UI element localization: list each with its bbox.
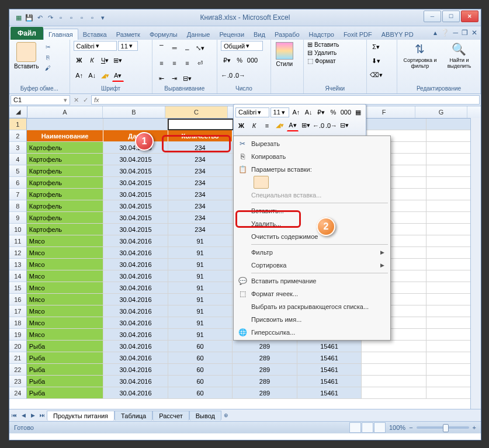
mini-incdec-icon[interactable]: ←.0 xyxy=(313,120,324,131)
align-right-icon[interactable]: ≡ xyxy=(182,57,193,69)
grow-font-icon[interactable]: A↑ xyxy=(74,70,85,81)
window-min-icon[interactable]: ─ xyxy=(453,29,458,37)
mini-border-icon[interactable]: ⊞▾ xyxy=(300,120,311,131)
shrink-font-icon[interactable]: A↓ xyxy=(86,70,98,81)
sort-filter-button[interactable]: ⇅ Сортировка и фильтр xyxy=(401,41,439,70)
currency-icon[interactable]: ₽▾ xyxy=(221,54,233,66)
window-close-icon[interactable]: ✕ xyxy=(471,29,477,37)
save-icon[interactable]: 💾 xyxy=(25,13,34,22)
ctx-hyperlink[interactable]: 🌐Гиперссылка... xyxy=(235,326,389,339)
paste-button[interactable]: Вставить xyxy=(13,41,40,71)
insert-cell-icon[interactable]: ⊞ xyxy=(307,41,313,48)
sheet-tab-1[interactable]: Продукты питания xyxy=(47,411,115,421)
ctx-filter[interactable]: Фильтр▶ xyxy=(235,246,389,259)
inc-decimal-icon[interactable]: ←.0 xyxy=(221,70,233,81)
ctx-copy[interactable]: ⎘Копировать xyxy=(235,150,389,163)
cut-icon[interactable]: ✂ xyxy=(42,42,54,51)
tab-addins[interactable]: Надстро xyxy=(304,29,339,40)
table-row[interactable]: 21Рыба30.04.20166028915461 xyxy=(9,352,481,364)
qat-icon[interactable]: ▫ xyxy=(88,13,97,22)
tab-dev[interactable]: Разрабо xyxy=(270,29,304,40)
format-cell-icon[interactable]: ⬚ xyxy=(307,57,313,65)
col-header-c[interactable]: C xyxy=(165,106,228,118)
dec-decimal-icon[interactable]: .0→ xyxy=(234,70,245,81)
pagebreak-view-icon[interactable] xyxy=(374,422,386,433)
tab-foxit[interactable]: Foxit PDF xyxy=(339,29,377,40)
tab-view[interactable]: Вид xyxy=(249,29,270,40)
ctx-define-name[interactable]: Присвоить имя... xyxy=(235,313,389,326)
sheet-nav-prev-icon[interactable]: ◀ xyxy=(19,411,28,420)
table-row[interactable]: 22Рыба30.04.20166028915461 xyxy=(9,364,481,376)
minimize-button[interactable]: ─ xyxy=(424,11,441,22)
minimize-ribbon-icon[interactable]: ▴ xyxy=(433,29,437,37)
mini-currency-icon[interactable]: ₽▾ xyxy=(315,106,327,118)
mini-shrink-icon[interactable]: A↓ xyxy=(303,106,314,118)
mini-fill-icon[interactable]: ◢▾ xyxy=(274,120,286,131)
maximize-button[interactable]: ☐ xyxy=(442,11,460,22)
merge-icon[interactable]: ⊟▾ xyxy=(182,72,193,84)
table-row[interactable]: 23Рыба30.04.20166028915461 xyxy=(9,376,481,387)
align-middle-icon[interactable]: ═ xyxy=(169,42,181,54)
select-all-corner[interactable]: ◢ xyxy=(9,106,27,118)
col-header-a[interactable]: A xyxy=(27,106,103,118)
clear-icon[interactable]: ⌫▾ xyxy=(370,69,382,81)
tab-review[interactable]: Рецензи xyxy=(215,29,249,40)
new-sheet-icon[interactable]: ⊕ xyxy=(221,411,231,420)
mini-bold-icon[interactable]: Ж xyxy=(235,120,247,131)
orientation-icon[interactable]: ⤡▾ xyxy=(195,42,206,54)
ctx-clear[interactable]: Очистить содержимое xyxy=(235,230,389,243)
tab-formulas[interactable]: Формулы xyxy=(145,29,182,40)
zoom-in-icon[interactable]: + xyxy=(473,424,476,431)
indent-inc-icon[interactable]: ⇥ xyxy=(169,72,181,84)
qat-icon[interactable]: ▫ xyxy=(77,13,86,22)
col-header-b[interactable]: B xyxy=(103,106,165,118)
tab-home[interactable]: Главная xyxy=(43,29,78,40)
ctx-dropdown-list[interactable]: Выбрать из раскрывающегося списка... xyxy=(235,300,389,313)
autosum-icon[interactable]: Σ▾ xyxy=(370,41,382,53)
fill-down-icon[interactable]: ⬇▾ xyxy=(370,55,382,67)
qat-dropdown-icon[interactable]: ▾ xyxy=(98,13,107,22)
font-name-combo[interactable]: Calibri▾ xyxy=(74,41,117,51)
comma-icon[interactable]: 000 xyxy=(247,54,258,66)
sheet-nav-next-icon[interactable]: ▶ xyxy=(28,411,37,420)
ctx-comment[interactable]: 💬Вставить примечание xyxy=(235,275,389,287)
percent-icon[interactable]: % xyxy=(234,54,245,66)
mini-merge-icon[interactable]: ⊟▾ xyxy=(338,120,350,131)
ctx-sort[interactable]: Сортировка▶ xyxy=(235,259,389,272)
tab-layout[interactable]: Разметк xyxy=(112,29,145,40)
border-button[interactable]: ⊞▾ xyxy=(112,54,124,66)
mini-font-combo[interactable]: Calibri▾ xyxy=(235,107,269,117)
sheet-tab-4[interactable]: Вывод xyxy=(189,411,221,421)
fx-cancel-icon[interactable]: ✕ xyxy=(71,96,81,104)
close-button[interactable]: ✕ xyxy=(461,11,478,22)
zoom-level[interactable]: 100% xyxy=(389,424,405,431)
mini-decdec-icon[interactable]: .0→ xyxy=(325,120,337,131)
align-left-icon[interactable]: ≡ xyxy=(156,57,168,69)
italic-button[interactable]: К xyxy=(86,54,98,66)
sheet-nav-first-icon[interactable]: ⏮ xyxy=(9,411,19,420)
font-size-combo[interactable]: 11▾ xyxy=(118,41,138,51)
number-format-combo[interactable]: Общий▾ xyxy=(221,41,263,51)
indent-dec-icon[interactable]: ⇤ xyxy=(156,72,168,84)
help-icon[interactable]: ❔ xyxy=(441,29,449,37)
fx-accept-icon[interactable]: ✓ xyxy=(81,96,90,104)
align-center-icon[interactable]: ≡ xyxy=(169,57,181,69)
mini-italic-icon[interactable]: К xyxy=(248,120,260,131)
copy-icon[interactable]: ⎘ xyxy=(42,53,54,62)
mini-styles-icon[interactable]: ▦ xyxy=(353,106,364,118)
window-restore-icon[interactable]: ❐ xyxy=(462,29,468,37)
mini-grow-icon[interactable]: A↑ xyxy=(290,106,301,118)
format-painter-icon[interactable]: 🖌 xyxy=(42,63,54,72)
table-row[interactable]: 24Рыба30.04.20166028915461 xyxy=(9,387,481,399)
styles-button[interactable]: Стили xyxy=(275,41,294,68)
sheet-nav-last-icon[interactable]: ⏭ xyxy=(37,411,47,420)
tab-insert[interactable]: Вставка xyxy=(78,29,112,40)
mini-align-icon[interactable]: ≡ xyxy=(261,120,273,131)
qat-icon[interactable]: ▫ xyxy=(67,13,76,22)
tab-file[interactable]: Файл xyxy=(11,27,43,40)
align-bottom-icon[interactable]: ⎽ xyxy=(182,42,193,54)
ctx-format-cells[interactable]: ⬚Формат ячеек... xyxy=(235,287,389,300)
col-header-g[interactable]: G xyxy=(415,106,467,118)
mini-percent-icon[interactable]: % xyxy=(328,106,339,118)
qat-icon[interactable]: ▫ xyxy=(56,13,65,22)
